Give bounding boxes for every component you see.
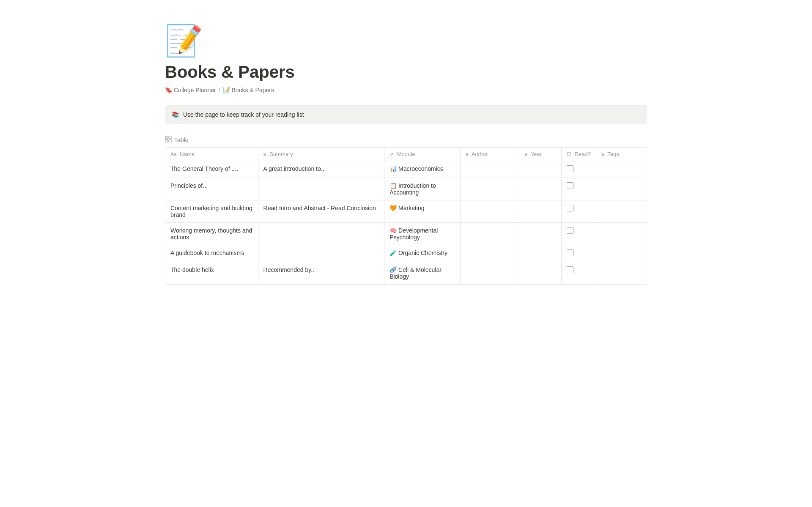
notepad-icon: 📝 xyxy=(223,87,230,93)
cell-read[interactable] xyxy=(561,161,596,178)
lines3-icon: ≡ xyxy=(524,151,527,157)
table-label: Table xyxy=(165,136,647,144)
lines2-icon: ≡ xyxy=(466,151,469,157)
breadcrumb-item-college-planner[interactable]: 🔖 College Planner xyxy=(165,87,216,93)
cell-tags[interactable] xyxy=(596,178,647,200)
breadcrumb: 🔖 College Planner / 📝 Books & Papers xyxy=(165,87,647,93)
bookmark-icon: 🔖 xyxy=(165,87,172,93)
cell-name[interactable]: Working memory, thoughts and actions xyxy=(165,223,258,245)
cell-tags[interactable] xyxy=(596,223,647,245)
cell-year[interactable] xyxy=(519,245,562,262)
cell-read[interactable] xyxy=(561,223,596,245)
cell-summary[interactable] xyxy=(258,178,384,200)
cell-summary[interactable]: Read Intro and Abstract - Read Conclusio… xyxy=(258,200,384,223)
cell-summary[interactable]: Recommended by.. xyxy=(258,262,384,285)
table-row: Content marketing and building brandRead… xyxy=(165,200,647,223)
module-text: 📋 Introduction to Accounting xyxy=(390,182,436,196)
col-header-author[interactable]: ≡ Author xyxy=(460,148,519,161)
callout-block: 📚 Use the page to keep track of your rea… xyxy=(165,105,647,124)
books-icon: 📚 xyxy=(172,111,179,118)
cell-module[interactable]: 📊 Macroeconomics xyxy=(384,161,461,178)
table-row: A guidebook to mechanisms🧪 Organic Chemi… xyxy=(165,245,647,262)
cell-author[interactable] xyxy=(460,161,519,178)
cell-year[interactable] xyxy=(519,178,562,200)
cell-name[interactable]: Principles of... xyxy=(165,178,258,200)
col-header-year[interactable]: ≡ Year xyxy=(519,148,562,161)
cell-read[interactable] xyxy=(561,262,596,285)
checkbox-icon: ☑ xyxy=(567,151,571,157)
read-checkbox[interactable] xyxy=(567,182,573,189)
page-container: 📝 Books & Papers 🔖 College Planner / 📝 B… xyxy=(131,0,681,318)
breadcrumb-separator: / xyxy=(219,87,220,93)
cell-module[interactable]: 🧬 Cell & Molecular Biology xyxy=(384,262,461,285)
cell-module[interactable]: 🧡 Marketing xyxy=(384,200,461,223)
table-row: The double helixRecommended by..🧬 Cell &… xyxy=(165,262,647,285)
read-checkbox[interactable] xyxy=(567,266,573,273)
breadcrumb-college-planner-label: College Planner xyxy=(174,87,216,93)
relation-icon: ↗ xyxy=(390,151,394,157)
summary-text: Read Intro and Abstract - Read Conclusio… xyxy=(263,205,376,211)
lines4-icon: ≡ xyxy=(601,151,604,157)
col-header-tags[interactable]: ≡ Tags xyxy=(596,148,647,161)
breadcrumb-item-books-papers[interactable]: 📝 Books & Papers xyxy=(223,87,274,93)
breadcrumb-books-papers-label: Books & Papers xyxy=(232,87,274,93)
read-checkbox[interactable] xyxy=(567,165,573,172)
text-icon: Aa xyxy=(170,151,177,157)
cell-name[interactable]: The General Theory of .... xyxy=(165,161,258,178)
cell-read[interactable] xyxy=(561,178,596,200)
module-text: 📊 Macroeconomics xyxy=(390,165,443,172)
table-row: Working memory, thoughts and actions🧠 De… xyxy=(165,223,647,245)
summary-text: Recommended by.. xyxy=(263,266,314,273)
svg-rect-0 xyxy=(165,136,168,139)
cell-author[interactable] xyxy=(460,200,519,223)
cell-module[interactable]: 🧪 Organic Chemistry xyxy=(384,245,461,262)
cell-name[interactable]: A guidebook to mechanisms xyxy=(165,245,258,262)
cell-author[interactable] xyxy=(460,262,519,285)
cell-read[interactable] xyxy=(561,245,596,262)
table-row: Principles of...📋 Introduction to Accoun… xyxy=(165,178,647,200)
cell-year[interactable] xyxy=(519,262,562,285)
svg-rect-1 xyxy=(169,136,171,139)
cell-module[interactable]: 🧠 Developmental Psychology xyxy=(384,223,461,245)
module-text: 🧪 Organic Chemistry xyxy=(390,249,447,256)
col-header-module[interactable]: ↗ Module xyxy=(384,148,461,161)
cell-summary[interactable] xyxy=(258,245,384,262)
table-header-row: Aa Name ≡ Summary ↗ Module ≡ Author xyxy=(165,148,647,161)
cell-author[interactable] xyxy=(460,245,519,262)
cell-year[interactable] xyxy=(519,223,562,245)
cell-tags[interactable] xyxy=(596,200,647,223)
cell-tags[interactable] xyxy=(596,262,647,285)
col-header-name[interactable]: Aa Name xyxy=(165,148,258,161)
cell-name[interactable]: The double helix xyxy=(165,262,258,285)
cell-read[interactable] xyxy=(561,200,596,223)
page-icon: 📝 xyxy=(165,25,647,56)
summary-text: A great introduction to... xyxy=(263,165,326,172)
callout-text: Use the page to keep track of your readi… xyxy=(183,111,304,118)
cell-tags[interactable] xyxy=(596,161,647,178)
cell-tags[interactable] xyxy=(596,245,647,262)
read-checkbox[interactable] xyxy=(567,227,573,234)
cell-author[interactable] xyxy=(460,223,519,245)
page-title: Books & Papers xyxy=(165,63,647,82)
cell-summary[interactable]: A great introduction to... xyxy=(258,161,384,178)
svg-rect-3 xyxy=(169,140,171,142)
table-label-text: Table xyxy=(174,137,188,143)
cell-name[interactable]: Content marketing and building brand xyxy=(165,200,258,223)
table-row: The General Theory of ....A great introd… xyxy=(165,161,647,178)
lines-icon: ≡ xyxy=(263,151,266,157)
cell-year[interactable] xyxy=(519,200,562,223)
module-text: 🧠 Developmental Psychology xyxy=(390,227,438,241)
module-text: 🧬 Cell & Molecular Biology xyxy=(390,266,442,280)
cell-module[interactable]: 📋 Introduction to Accounting xyxy=(384,178,461,200)
cell-summary[interactable] xyxy=(258,223,384,245)
cell-author[interactable] xyxy=(460,178,519,200)
cell-year[interactable] xyxy=(519,161,562,178)
read-checkbox[interactable] xyxy=(567,205,573,211)
data-table: Aa Name ≡ Summary ↗ Module ≡ Author xyxy=(165,147,647,285)
svg-rect-2 xyxy=(165,140,168,142)
read-checkbox[interactable] xyxy=(567,249,573,256)
table-icon xyxy=(165,136,172,144)
col-header-summary[interactable]: ≡ Summary xyxy=(258,148,384,161)
col-header-read[interactable]: ☑ Read? xyxy=(561,148,596,161)
module-text: 🧡 Marketing xyxy=(390,205,424,211)
